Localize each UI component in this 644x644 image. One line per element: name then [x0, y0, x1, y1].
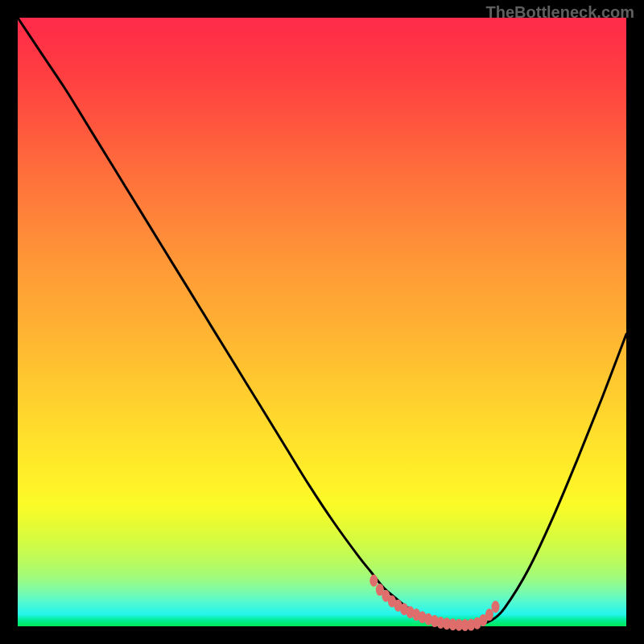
plot-area: [18, 18, 626, 626]
chart-svg: [18, 18, 626, 626]
bottleneck-curve: [18, 18, 626, 625]
optimal-marker: [492, 601, 500, 613]
optimal-marker: [485, 609, 493, 621]
optimal-range-markers: [369, 575, 499, 631]
optimal-marker: [369, 575, 378, 587]
chart-frame: TheBottleneck.com: [0, 0, 644, 644]
attribution-label: TheBottleneck.com: [486, 3, 634, 22]
